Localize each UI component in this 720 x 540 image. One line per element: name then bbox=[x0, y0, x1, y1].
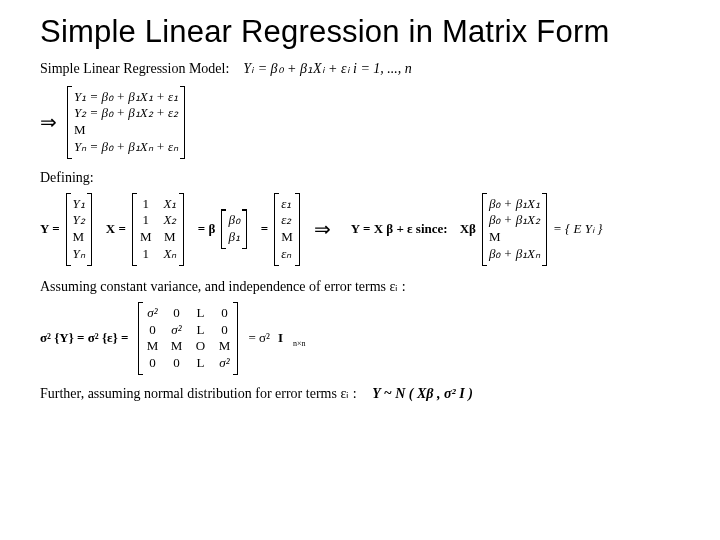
s-r4c2: 0 bbox=[169, 355, 183, 372]
definitions-row: Y = Y₁ Y₂ M Yₙ X = 1X₁ 1X₂ MM 1Xₙ bbox=[40, 193, 700, 267]
beta-def: = β β₀ β₁ bbox=[198, 209, 249, 249]
X-r2c2: X₂ bbox=[163, 212, 177, 229]
X-r1c1: 1 bbox=[139, 196, 153, 213]
beta-label: = β bbox=[198, 221, 216, 237]
distribution: Y ~ N ( Xβ , σ² I ) bbox=[372, 385, 473, 403]
defining-label: Defining: bbox=[40, 169, 700, 187]
X-matrix: 1X₁ 1X₂ MM 1Xₙ bbox=[132, 193, 184, 267]
s-r1c3: L bbox=[193, 305, 207, 322]
model-label: Simple Linear Regression Model: bbox=[40, 61, 229, 76]
implies-arrow-2: ⇒ bbox=[314, 217, 331, 242]
s-r3c1: M bbox=[145, 338, 159, 355]
slide-body: Simple Linear Regression Model: Yᵢ = β₀ … bbox=[40, 60, 700, 403]
s-r2c4: 0 bbox=[217, 322, 231, 339]
beta-r2: β₁ bbox=[228, 229, 239, 246]
Y-vector: Y₁ Y₂ M Yₙ bbox=[66, 193, 92, 267]
X-r4c2: Xₙ bbox=[163, 246, 177, 263]
slide: Simple Linear Regression in Matrix Form … bbox=[0, 0, 720, 540]
beta-vector: β₀ β₁ bbox=[221, 209, 246, 249]
model-line: Simple Linear Regression Model: Yᵢ = β₀ … bbox=[40, 60, 700, 78]
model-equation: Yᵢ = β₀ + β₁Xᵢ + εᵢ i = 1, ..., n bbox=[243, 61, 411, 76]
beta-r1: β₀ bbox=[228, 212, 239, 229]
X-r2c1: 1 bbox=[139, 212, 153, 229]
slide-title: Simple Linear Regression in Matrix Form bbox=[40, 14, 700, 50]
Xbeta-tail: = { E Yᵢ } bbox=[553, 221, 602, 237]
s-r3c2: M bbox=[169, 338, 183, 355]
eps-label: = bbox=[261, 221, 268, 237]
assume-variance-text: Assuming constant variance, and independ… bbox=[40, 278, 700, 296]
s-r1c2: 0 bbox=[169, 305, 183, 322]
s-r2c1: 0 bbox=[145, 322, 159, 339]
sys-r1: Y₁ = β₀ + β₁X₁ + ε₁ bbox=[74, 89, 178, 106]
s-r4c3: L bbox=[193, 355, 207, 372]
Y-label: Y = bbox=[40, 221, 60, 237]
eps-vector: ε₁ ε₂ M εₙ bbox=[274, 193, 300, 267]
s-r1c1: σ² bbox=[145, 305, 159, 322]
sigma-label: σ² {Y} = σ² {ε} = bbox=[40, 330, 128, 346]
sigma-matrix: σ²0L0 0σ²L0 MMOM 00Lσ² bbox=[138, 302, 238, 376]
matrix-eq: Y = X β + ε since: bbox=[351, 221, 448, 237]
Xb-r3: M bbox=[489, 229, 501, 246]
s-r2c3: L bbox=[193, 322, 207, 339]
system-bracket: Y₁ = β₀ + β₁X₁ + ε₁ Y₂ = β₀ + β₁X₂ + ε₂ … bbox=[67, 86, 185, 160]
X-r3c1: M bbox=[139, 229, 153, 246]
Xbeta-vector: β₀ + β₁X₁ β₀ + β₁X₂ M β₀ + β₁Xₙ bbox=[482, 193, 547, 267]
X-label: X = bbox=[106, 221, 126, 237]
Y-r2: Y₂ bbox=[73, 212, 85, 229]
s-r3c3: O bbox=[193, 338, 207, 355]
sigma-row: σ² {Y} = σ² {ε} = σ²0L0 0σ²L0 MMOM 00Lσ²… bbox=[40, 302, 700, 376]
Xbeta-def: Xβ β₀ + β₁X₁ β₀ + β₁X₂ M β₀ + β₁Xₙ = { E… bbox=[460, 193, 603, 267]
further-line: Further, assuming normal distribution fo… bbox=[40, 385, 700, 403]
Y-r1: Y₁ bbox=[73, 196, 85, 213]
Xb-r1: β₀ + β₁X₁ bbox=[489, 196, 540, 213]
s-r3c4: M bbox=[217, 338, 231, 355]
X-r3c2: M bbox=[163, 229, 177, 246]
sigma-rhs-pre: = σ² bbox=[248, 330, 270, 346]
Xb-r4: β₀ + β₁Xₙ bbox=[489, 246, 540, 263]
eps-r1: ε₁ bbox=[281, 196, 291, 213]
X-def: X = 1X₁ 1X₂ MM 1Xₙ bbox=[106, 193, 186, 267]
X-r4c1: 1 bbox=[139, 246, 153, 263]
s-r1c4: 0 bbox=[217, 305, 231, 322]
s-r2c2: σ² bbox=[169, 322, 183, 339]
eps-def: = ε₁ ε₂ M εₙ bbox=[261, 193, 302, 267]
eps-r2: ε₂ bbox=[281, 212, 291, 229]
sigma-rhs-I: I bbox=[278, 330, 283, 346]
Xb-r2: β₀ + β₁X₂ bbox=[489, 212, 540, 229]
s-r4c1: 0 bbox=[145, 355, 159, 372]
Y-def: Y = Y₁ Y₂ M Yₙ bbox=[40, 193, 94, 267]
Xbeta-label: Xβ bbox=[460, 221, 476, 237]
sys-r4: Yₙ = β₀ + β₁Xₙ + εₙ bbox=[74, 139, 178, 156]
eps-r3: M bbox=[281, 229, 293, 246]
sigma-rhs-sub: n×n bbox=[293, 339, 306, 349]
X-r1c2: X₁ bbox=[163, 196, 177, 213]
system-row: ⇒ Y₁ = β₀ + β₁X₁ + ε₁ Y₂ = β₀ + β₁X₂ + ε… bbox=[40, 86, 700, 160]
implies-arrow-1: ⇒ bbox=[40, 110, 57, 135]
Y-r4: Yₙ bbox=[73, 246, 85, 263]
sys-r2: Y₂ = β₀ + β₁X₂ + ε₂ bbox=[74, 105, 178, 122]
s-r4c4: σ² bbox=[217, 355, 231, 372]
eps-r4: εₙ bbox=[281, 246, 291, 263]
further-text: Further, assuming normal distribution fo… bbox=[40, 385, 357, 403]
sys-r3: M bbox=[74, 122, 86, 139]
Y-r3: M bbox=[73, 229, 85, 246]
